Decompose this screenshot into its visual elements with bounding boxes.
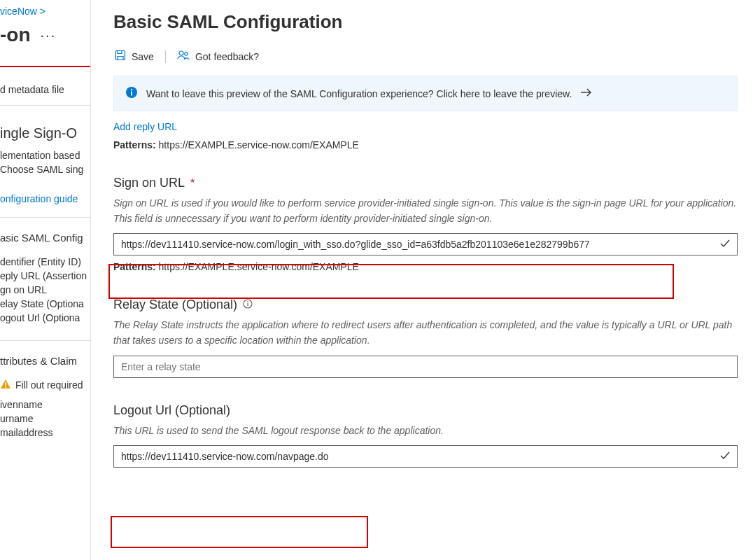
main-panel: Basic SAML Configuration Save Got feedba… [91, 0, 753, 560]
arrow-right-icon [580, 88, 593, 99]
save-label: Save [132, 51, 154, 62]
svg-rect-0 [5, 382, 6, 386]
check-icon [719, 238, 731, 251]
relay-state-field: Relay State (Optional) The Relay State i… [113, 298, 738, 377]
relay-state-input[interactable] [113, 356, 738, 378]
preview-info-bar[interactable]: Want to leave this preview of the SAML C… [113, 76, 738, 111]
section-single-signon: ingle Sign-O [0, 113, 90, 148]
logout-url-input[interactable] [113, 445, 738, 468]
left-panel: viceNow > -on ··· d metadata file ingle … [0, 0, 91, 560]
feedback-label: Got feedback? [195, 51, 259, 62]
logout-url-field: Logout Url (Optional) This URL is used t… [113, 403, 738, 468]
svg-rect-1 [5, 386, 6, 388]
signon-url-input[interactable] [113, 233, 738, 255]
info-bar-text: Want to leave this preview of the SAML C… [146, 88, 572, 99]
list-item: eply URL (Assertion [0, 269, 90, 283]
warning-text: Fill out required [15, 378, 83, 392]
toolbar: Save Got feedback? [115, 50, 738, 63]
impl-text: lementation based [0, 148, 90, 162]
patterns-text: Patterns: https://EXAMPLE.service-now.co… [113, 261, 738, 272]
info-icon[interactable] [243, 298, 253, 312]
info-icon [125, 86, 138, 101]
relay-state-description: The Relay State instructs the applicatio… [113, 318, 738, 348]
impl-text: Choose SAML sing [0, 162, 90, 176]
signon-url-field: Sign on URL * Sign on URL is used if you… [113, 176, 738, 272]
list-item: gn on URL [0, 283, 90, 297]
more-menu-icon[interactable]: ··· [41, 27, 57, 43]
warning-icon [0, 379, 11, 392]
add-reply-url-link[interactable]: Add reply URL [113, 121, 177, 132]
svg-point-9 [247, 302, 248, 303]
toolbar-separator [165, 50, 166, 63]
list-item: ivenname [0, 398, 90, 412]
logout-url-description: This URL is used to send the SAML logout… [113, 424, 738, 439]
save-button[interactable]: Save [115, 50, 154, 63]
list-item: mailaddress [0, 426, 90, 440]
feedback-icon [177, 50, 190, 63]
annotation-arrow [0, 59, 90, 73]
check-icon [719, 450, 731, 463]
metadata-file-link[interactable]: d metadata file [0, 83, 90, 97]
svg-point-3 [179, 51, 183, 55]
left-page-title: -on [0, 24, 31, 46]
feedback-button[interactable]: Got feedback? [177, 50, 259, 63]
section-attributes-claims: ttributes & Claim [0, 348, 90, 372]
patterns-text: Patterns: https://EXAMPLE.service-now.co… [113, 139, 738, 150]
breadcrumb[interactable]: viceNow > [0, 0, 90, 17]
list-item: urname [0, 412, 90, 426]
required-indicator: * [190, 177, 195, 190]
signon-url-label: Sign on URL [113, 176, 185, 190]
svg-point-7 [131, 89, 132, 90]
list-item: elay State (Optiona [0, 297, 90, 311]
logout-url-label: Logout Url (Optional) [113, 403, 230, 418]
list-item: ogout Url (Optiona [0, 311, 90, 325]
relay-state-label: Relay State (Optional) [113, 298, 237, 312]
signon-url-description: Sign on URL is used if you would like to… [113, 196, 738, 226]
page-title: Basic SAML Configuration [113, 11, 738, 33]
list-item: dentifier (Entity ID) [0, 255, 90, 269]
save-icon [115, 50, 126, 63]
svg-point-4 [185, 52, 188, 55]
config-guide-link[interactable]: onfiguration guide [0, 189, 90, 209]
section-basic-saml: asic SAML Config [0, 225, 90, 249]
svg-rect-6 [131, 92, 132, 96]
